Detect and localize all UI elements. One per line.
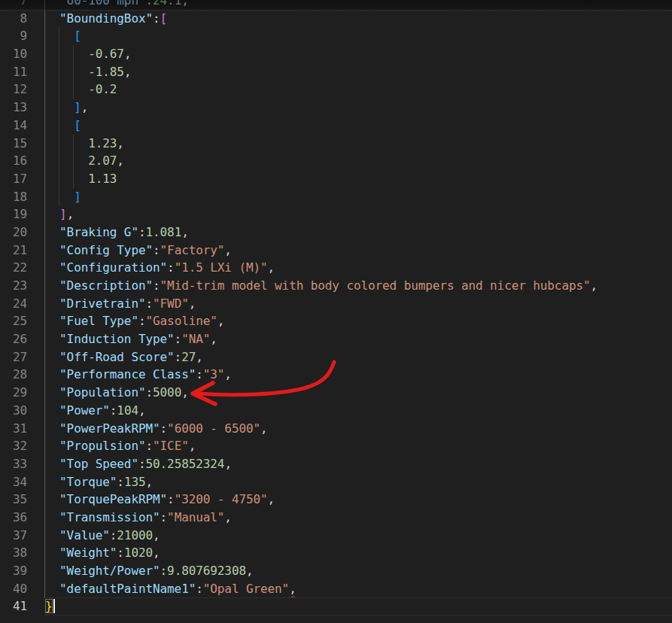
token-str: "FWD" [153, 296, 189, 311]
code-line-27[interactable]: 27 "Off-Road Score":27, [0, 348, 672, 366]
code-line-16[interactable]: 16 2.07, [0, 152, 672, 170]
token-num: 135 [124, 475, 146, 489]
line-content[interactable]: "Power":104, [45, 402, 672, 420]
token-punct: , [181, 385, 189, 400]
line-content[interactable]: "Drivetrain":"FWD", [45, 295, 672, 313]
token-punct: : [160, 421, 168, 436]
line-content[interactable]: "Performance Class":"3", [45, 366, 672, 384]
token-key: "Top Speed" [59, 457, 138, 471]
code-line-36[interactable]: 36 "Transmission":"Manual", [0, 509, 672, 527]
token-key: "Config Type" [59, 243, 153, 257]
code-line-9[interactable]: 9 [ [0, 27, 672, 45]
line-content[interactable]: ] [45, 188, 672, 206]
code-line-41[interactable]: 41} [0, 597, 672, 615]
line-content[interactable]: "Propulsion":"ICE", [45, 437, 672, 455]
line-content[interactable]: "defaultPaintName1":"Opal Green", [45, 580, 672, 598]
line-number: 11 [0, 63, 45, 81]
line-content[interactable]: -0.67, [45, 45, 672, 63]
line-number: 21 [0, 242, 45, 260]
code-line-15[interactable]: 15 1.23, [0, 135, 672, 153]
line-content[interactable]: "Top Speed":50.25852324, [45, 455, 672, 473]
token-str: "Gasoline" [146, 314, 217, 328]
code-line-20[interactable]: 20 "Braking G":1.081, [0, 223, 672, 242]
line-content[interactable]: "Weight":1020, [45, 544, 672, 562]
token-punct: : [145, 385, 153, 400]
line-content[interactable]: [ [45, 117, 672, 135]
code-line-31[interactable]: 31 "PowerPeakRPM":"6000 - 6500", [0, 420, 672, 438]
code-line-39[interactable]: 39 "Weight/Power":9.807692308, [0, 562, 672, 580]
line-content[interactable]: "Transmission":"Manual", [45, 509, 672, 527]
token-punct: : [110, 528, 117, 542]
token-punct: , [146, 475, 154, 489]
code-line-22[interactable]: 22 "Configuration":"1.5 LXi (M)", [0, 259, 672, 277]
code-line-30[interactable]: 30 "Power":104, [0, 402, 672, 420]
code-line-25[interactable]: 25 "Fuel Type":"Gasoline", [0, 312, 672, 330]
code-line-33[interactable]: 33 "Top Speed":50.25852324, [0, 455, 672, 473]
line-content[interactable]: "Fuel Type":"Gasoline", [45, 312, 672, 330]
code-line-28[interactable]: 28 "Performance Class":"3", [0, 366, 672, 384]
line-content[interactable]: "Config Type":"Factory", [45, 242, 672, 260]
code-line-23[interactable]: 23 "Description":"Mid-trim model with bo… [0, 277, 672, 295]
line-content[interactable]: ], [45, 99, 672, 117]
token-key: "Induction Type" [59, 332, 175, 346]
line-number: 24 [0, 295, 45, 313]
line-content[interactable]: "BoundingBox":[ [45, 10, 672, 28]
code-line-8[interactable]: 8 "BoundingBox":[ [0, 10, 672, 28]
line-content[interactable]: -1.85, [45, 63, 672, 81]
code-line-34[interactable]: 34 "Torque":135, [0, 473, 672, 491]
code-line-26[interactable]: 26 "Induction Type":"NA", [0, 330, 672, 348]
token-num: 9.807692308 [167, 564, 246, 578]
line-content[interactable]: "PowerPeakRPM":"6000 - 6500", [45, 420, 672, 438]
line-content[interactable]: "Off-Road Score":27, [45, 348, 672, 366]
line-content[interactable]: "Braking G":1.081, [45, 223, 672, 242]
token-num: 27 [181, 350, 196, 364]
token-b3: [ [74, 118, 81, 132]
line-content[interactable]: "TorquePeakRPM":"3200 - 4750", [45, 491, 672, 509]
line-content[interactable]: 1.13 [45, 170, 672, 188]
token-num: 1.23 [88, 136, 117, 150]
line-content[interactable]: "Weight/Power":9.807692308, [45, 562, 672, 580]
token-punct: : [160, 510, 168, 524]
token-num: -1.85 [88, 65, 124, 79]
code-line-32[interactable]: 32 "Propulsion":"ICE", [0, 437, 672, 455]
token-b2: [ [160, 11, 168, 26]
line-content[interactable]: 2.07, [45, 152, 672, 170]
line-content[interactable]: "Configuration":"1.5 LXi (M)", [45, 259, 672, 277]
code-line-35[interactable]: 35 "TorquePeakRPM":"3200 - 4750", [0, 491, 672, 509]
code-line-29[interactable]: 29 "Population":5000, [0, 384, 672, 402]
token-key: "Transmission" [59, 510, 160, 524]
code-editor[interactable]: 7 "60-100 mph":24.1,8 "BoundingBox":[9 [… [0, 0, 672, 623]
token-key: "Power" [59, 403, 110, 418]
token-punct: , [138, 403, 146, 418]
code-line-21[interactable]: 21 "Config Type":"Factory", [0, 242, 672, 260]
code-line-37[interactable]: 37 "Value":21000, [0, 527, 672, 545]
line-content[interactable]: "Population":5000, [45, 384, 672, 402]
token-key: "Weight/Power" [59, 564, 160, 578]
code-line-17[interactable]: 17 1.13 [0, 170, 672, 188]
code-line-13[interactable]: 13 ], [0, 99, 672, 117]
line-content[interactable]: "Induction Type":"NA", [45, 330, 672, 348]
code-line-18[interactable]: 18 ] [0, 188, 672, 206]
code-line-10[interactable]: 10 -0.67, [0, 45, 672, 63]
line-content[interactable]: ], [45, 205, 672, 223]
line-content[interactable]: } [45, 597, 672, 615]
token-ws [45, 100, 74, 114]
code-line-12[interactable]: 12 -0.2 [0, 81, 672, 99]
token-punct: , [153, 528, 160, 542]
code-line-38[interactable]: 38 "Weight":1020, [0, 544, 672, 562]
line-content[interactable]: -0.2 [45, 81, 672, 99]
code-line-11[interactable]: 11 -1.85, [0, 63, 672, 81]
line-content[interactable]: "Value":21000, [45, 527, 672, 545]
line-content[interactable]: "Torque":135, [45, 473, 672, 491]
line-content[interactable]: [ [45, 27, 672, 45]
token-str: "3" [203, 367, 225, 381]
line-number: 34 [0, 473, 45, 491]
line-number: 9 [0, 27, 45, 45]
line-content[interactable]: 1.23, [45, 135, 672, 153]
token-ws [45, 439, 59, 453]
line-content[interactable]: "Description":"Mid-trim model with body … [45, 277, 672, 295]
code-line-19[interactable]: 19 ], [0, 205, 672, 223]
code-line-14[interactable]: 14 [ [0, 117, 672, 135]
code-line-40[interactable]: 40 "defaultPaintName1":"Opal Green", [0, 580, 672, 598]
code-line-24[interactable]: 24 "Drivetrain":"FWD", [0, 295, 672, 313]
